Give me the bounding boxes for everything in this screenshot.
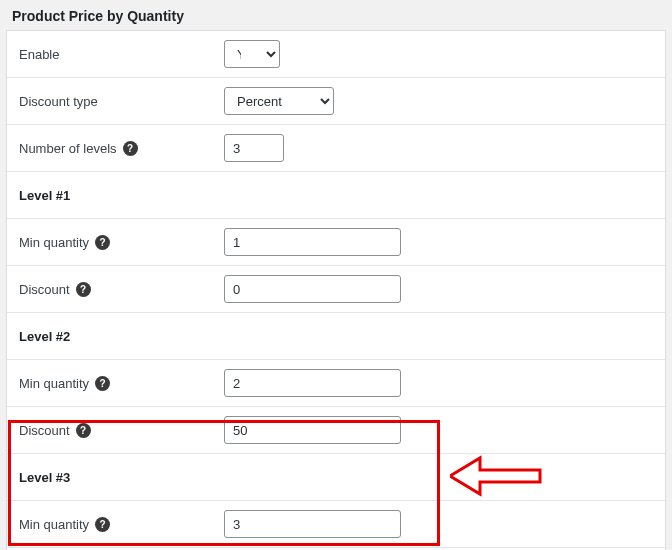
label-l2-discount: Discount ? [19,423,224,438]
discount-type-select[interactable]: Percent [224,87,334,115]
level-2-title: Level #2 [19,329,224,344]
level-3-title: Level #3 [19,470,224,485]
row-num-levels: Number of levels ? [7,125,665,172]
row-l1-discount: Discount ? [7,266,665,313]
help-icon[interactable]: ? [95,235,110,250]
level-1-title: Level #1 [19,188,224,203]
l2-discount-input[interactable] [224,416,401,444]
settings-panel: Enable Yes Discount type Percent Number … [6,30,666,550]
label-l1-min-qty: Min quantity ? [19,235,224,250]
l1-min-qty-input[interactable] [224,228,401,256]
row-l1-min-qty: Min quantity ? [7,219,665,266]
help-icon[interactable]: ? [95,517,110,532]
row-discount-type: Discount type Percent [7,78,665,125]
label-num-levels: Number of levels ? [19,141,224,156]
l2-min-qty-input[interactable] [224,369,401,397]
level-1-header: Level #1 [7,172,665,219]
help-icon[interactable]: ? [123,141,138,156]
level-2-header: Level #2 [7,313,665,360]
l3-min-qty-input[interactable] [224,510,401,538]
row-enable: Enable Yes [7,31,665,78]
row-l2-discount: Discount ? [7,407,665,454]
label-l1-discount: Discount ? [19,282,224,297]
level-3-header: Level #3 [7,454,665,501]
help-icon[interactable]: ? [76,423,91,438]
l1-discount-input[interactable] [224,275,401,303]
enable-select[interactable]: Yes [224,40,280,68]
label-l2-min-qty: Min quantity ? [19,376,224,391]
help-icon[interactable]: ? [76,282,91,297]
help-icon[interactable]: ? [95,376,110,391]
num-levels-input[interactable] [224,134,284,162]
label-enable: Enable [19,47,224,62]
label-l3-min-qty: Min quantity ? [19,517,224,532]
row-l2-min-qty: Min quantity ? [7,360,665,407]
page-title: Product Price by Quantity [0,0,672,30]
row-l3-min-qty: Min quantity ? [7,501,665,548]
label-discount-type: Discount type [19,94,224,109]
